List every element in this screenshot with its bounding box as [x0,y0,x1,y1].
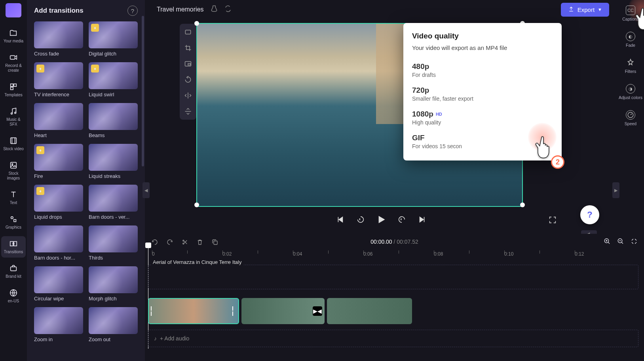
transition-marker-icon[interactable]: ▶◀ [313,306,322,316]
duplicate-icon[interactable] [211,239,219,246]
quality-option[interactable]: 720pSmaller file, faster export [412,82,553,106]
ruler-tick: 0:10 [504,251,513,257]
flip-h-icon[interactable] [184,91,192,100]
resize-handle[interactable] [194,202,199,207]
crop-icon[interactable] [184,44,192,52]
ruler-tick: 0:08 [434,251,443,257]
current-time: 00:00.00 [370,239,392,245]
help-button[interactable]: ? [580,205,599,224]
rail-brand-kit[interactable]: Brand kit [1,261,26,282]
right-collapse-icon[interactable]: ▶ [612,182,619,198]
fit-icon[interactable] [184,28,192,36]
rail-locale[interactable]: en-US [1,285,26,307]
video-clip[interactable]: ▶◀ [241,298,325,324]
transition-item[interactable]: ♦Digital glitch [89,21,138,57]
popup-subtitle: Your video will export as an MP4 file [412,44,553,51]
resize-handle[interactable] [520,202,525,207]
transitions-icon [9,239,18,248]
quality-option[interactable]: 1080p HDHigh quality [412,106,553,130]
split-icon[interactable] [181,239,189,246]
rail-label: Stock video [3,147,24,151]
rail-text[interactable]: Text [1,187,26,208]
transition-label: Fire [34,173,83,179]
ruler-tick: 0 [152,251,155,257]
project-title[interactable]: Travel memories [157,6,204,13]
premium-icon: ♦ [36,65,44,73]
clip-handle-left[interactable] [150,306,155,316]
rail-templates[interactable]: Templates [1,79,26,101]
rail-transitions[interactable]: Transitions [1,236,26,258]
rail-stock-video[interactable]: Stock video [1,133,26,155]
redo-icon[interactable] [166,239,174,246]
pip-icon[interactable] [184,59,192,68]
transition-item[interactable]: ♦TV interference [34,62,83,97]
transition-thumb: ♦ [34,62,83,89]
video-clip[interactable] [148,298,239,324]
transition-item[interactable]: Circular wipe [34,266,83,302]
right-rail: CCCaptions ◐Fade Filters ◑Adjust colors … [617,0,644,230]
video-clip[interactable] [327,298,412,324]
rail-fade[interactable]: ◐Fade [625,29,636,50]
rail-your-media[interactable]: Your media [1,25,26,47]
undo-icon[interactable] [151,239,159,246]
transition-thumb [89,103,138,130]
quality-desc: Smaller file, faster export [412,96,553,102]
scrollbar[interactable] [142,16,144,166]
ruler-tick: 0:04 [293,251,302,257]
transition-item[interactable]: ♦Liquid swirl [89,62,138,97]
left-rail: Your media Record & create Templates Mus… [0,0,27,361]
zoom-in-icon[interactable] [604,238,611,246]
add-audio-label: + Add audio [160,335,189,342]
rail-filters[interactable]: Filters [624,55,637,76]
text-track-zone[interactable] [148,265,638,289]
rewind-icon[interactable] [355,214,366,225]
transition-item[interactable]: Barn doors - hor... [34,225,83,261]
transition-item[interactable]: Thirds [89,225,138,261]
audio-track[interactable]: ♪ + Add audio [148,330,638,347]
export-button[interactable]: Export ▼ [561,3,609,17]
transition-label: Liquid drops [34,214,83,220]
fullscreen-icon[interactable] [548,216,558,225]
quality-option[interactable]: 480pFor drafts [412,58,553,82]
play-icon[interactable] [376,214,387,225]
popup-title: Video quality [412,32,553,40]
rotate-icon[interactable] [184,75,192,84]
transition-item[interactable]: ♦Fire [34,144,83,179]
rail-label: Templates [4,93,23,97]
resize-handle[interactable] [194,21,199,26]
panel-help-icon[interactable]: ? [127,6,138,16]
zoom-out-icon[interactable] [617,238,624,246]
transition-item[interactable]: Beams [89,103,138,138]
text-icon [9,190,18,199]
skip-prev-icon[interactable] [334,214,346,225]
transition-label: Zoom in [34,336,83,342]
flip-v-icon[interactable] [184,107,192,116]
transition-item[interactable]: Morph glitch [89,266,138,302]
rail-adjust-colors[interactable]: ◑Adjust colors [618,82,643,102]
skip-next-icon[interactable] [417,214,428,225]
transition-thumb [89,144,138,171]
transitions-panel: Add transitions ? Cross fade♦Digital gli… [27,0,145,361]
transition-item[interactable]: Cross fade [34,21,83,57]
transition-item[interactable]: Zoom in [34,307,83,342]
quality-option[interactable]: GIFFor videos 15 secon [412,130,553,153]
rail-record-create[interactable]: Record & create [1,50,26,76]
rail-graphics[interactable]: Graphics [1,212,26,233]
transition-item[interactable]: Liquid streaks [89,144,138,179]
music-icon [9,107,18,116]
transition-item[interactable]: Heart [34,103,83,138]
zoom-fit-icon[interactable] [631,238,638,246]
rail-stock-images[interactable]: Stock images [1,158,26,184]
app-logo[interactable] [6,3,21,17]
rail-speed[interactable]: Speed [624,108,637,128]
transition-item[interactable]: ♦Liquid drops [34,185,83,220]
forward-icon[interactable] [396,214,407,225]
transition-item[interactable]: Zoom out [89,307,138,342]
rail-music-sfx[interactable]: Music & SFX [1,104,26,130]
camera-icon [9,53,18,62]
delete-icon[interactable] [196,239,204,246]
clip-handle-right[interactable] [232,306,237,316]
transition-item[interactable]: Barn doors - ver... [89,185,138,220]
svg-rect-21 [214,241,217,244]
rail-captions[interactable]: CCCaptions [621,3,639,24]
